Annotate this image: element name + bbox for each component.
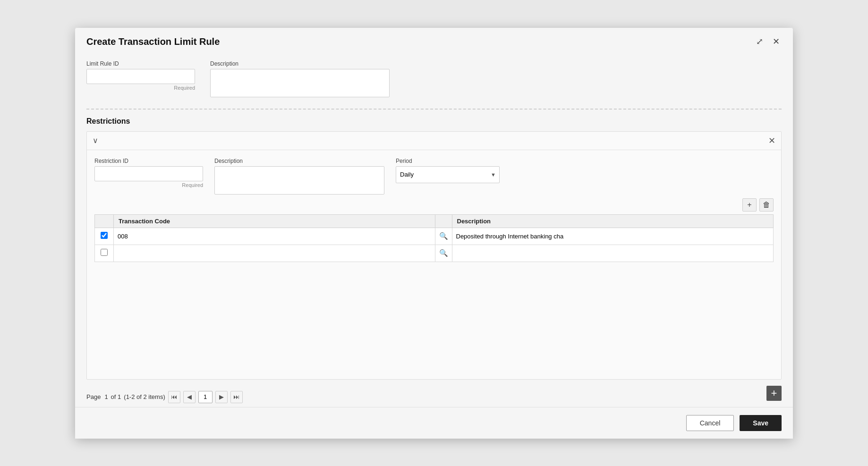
modal-title: Create Transaction Limit Rule: [86, 36, 220, 47]
collapse-restrictions-button[interactable]: ∨: [93, 136, 98, 145]
limit-rule-id-label: Limit Rule ID: [86, 60, 195, 67]
table-row: 🔍: [95, 228, 774, 245]
limit-rule-id-input[interactable]: [86, 69, 195, 84]
row1-search-cell: 🔍: [435, 228, 452, 245]
row1-search-button[interactable]: 🔍: [439, 232, 448, 240]
row2-search-cell: 🔍: [435, 245, 452, 262]
create-transaction-limit-rule-modal: Create Transaction Limit Rule ⤢ ✕ Limit …: [75, 28, 793, 439]
restrictions-panel-header: ∨ ✕: [87, 132, 781, 150]
col-header-search: [435, 214, 452, 228]
row2-checkbox-cell: [95, 245, 114, 262]
restriction-description-textarea[interactable]: [214, 166, 384, 195]
row2-transaction-code-input[interactable]: [118, 250, 431, 257]
table-actions: + 🗑: [87, 198, 781, 214]
add-row-button[interactable]: +: [742, 198, 757, 212]
period-select-wrapper: Daily Weekly Monthly Yearly: [396, 166, 500, 183]
period-label: Period: [396, 158, 500, 164]
row2-description-input[interactable]: [456, 250, 770, 257]
current-page-display: 1: [104, 393, 108, 400]
save-button[interactable]: Save: [740, 415, 782, 431]
row2-transaction-code-cell: [114, 245, 435, 262]
modal-header: Create Transaction Limit Rule ⤢ ✕: [75, 28, 793, 52]
row1-description-cell: [452, 228, 774, 245]
expand-icon[interactable]: ⤢: [754, 36, 765, 47]
header-icons: ⤢ ✕: [754, 36, 782, 47]
close-restrictions-button[interactable]: ✕: [768, 136, 775, 146]
top-form-row: Limit Rule ID Required Description: [86, 60, 782, 97]
pagination-bar: Page 1 of 1 (1-2 of 2 items) ⏮ ◀ ▶ ⏭: [86, 385, 782, 407]
restriction-description-group: Description: [214, 158, 384, 195]
period-select[interactable]: Daily Weekly Monthly Yearly: [396, 166, 500, 183]
col-header-transaction-code: Transaction Code: [114, 214, 435, 228]
restriction-id-label: Restriction ID: [94, 158, 203, 164]
page-number-input[interactable]: [198, 391, 213, 403]
close-modal-button[interactable]: ✕: [771, 36, 782, 47]
section-divider: [86, 109, 782, 110]
last-page-button[interactable]: ⏭: [230, 391, 243, 403]
row1-transaction-code-cell: [114, 228, 435, 245]
col-header-description: Description: [452, 214, 774, 228]
col-header-checkbox: [95, 214, 114, 228]
period-group: Period Daily Weekly Monthly Yearly: [396, 158, 500, 183]
page-label: Page: [86, 393, 101, 400]
description-label: Description: [210, 60, 390, 67]
row2-checkbox[interactable]: [101, 249, 108, 256]
limit-rule-id-group: Limit Rule ID Required: [86, 60, 195, 97]
add-float-button[interactable]: +: [766, 386, 782, 401]
row2-description-cell: [452, 245, 774, 262]
restriction-id-input[interactable]: [94, 166, 203, 181]
next-page-button[interactable]: ▶: [215, 391, 228, 403]
description-group: Description: [210, 60, 390, 97]
restrictions-panel: ∨ ✕ Restriction ID Required Description …: [86, 131, 782, 380]
restriction-description-label: Description: [214, 158, 384, 164]
row1-description-input[interactable]: [456, 233, 770, 240]
of-label: of 1: [111, 393, 121, 400]
modal-body: Limit Rule ID Required Description Restr…: [75, 52, 793, 407]
restrictions-section-title: Restrictions: [86, 117, 782, 126]
restriction-required-hint: Required: [94, 182, 203, 188]
delete-row-button[interactable]: 🗑: [759, 198, 774, 212]
row1-checkbox[interactable]: [101, 232, 108, 239]
first-page-button[interactable]: ⏮: [168, 391, 180, 403]
row1-transaction-code-input[interactable]: [118, 233, 431, 240]
items-label: (1-2 of 2 items): [124, 393, 165, 400]
restrictions-form: Restriction ID Required Description Peri…: [87, 150, 781, 198]
row2-search-button[interactable]: 🔍: [439, 249, 448, 257]
modal-footer: Cancel Save: [75, 407, 793, 439]
description-textarea[interactable]: [210, 69, 390, 97]
limit-rule-required-hint: Required: [86, 85, 195, 91]
restriction-id-group: Restriction ID Required: [94, 158, 203, 188]
cancel-button[interactable]: Cancel: [686, 415, 734, 431]
prev-page-button[interactable]: ◀: [183, 391, 196, 403]
row1-checkbox-cell: [95, 228, 114, 245]
table-row: 🔍: [95, 245, 774, 262]
transaction-codes-table: Transaction Code Description: [94, 214, 774, 262]
